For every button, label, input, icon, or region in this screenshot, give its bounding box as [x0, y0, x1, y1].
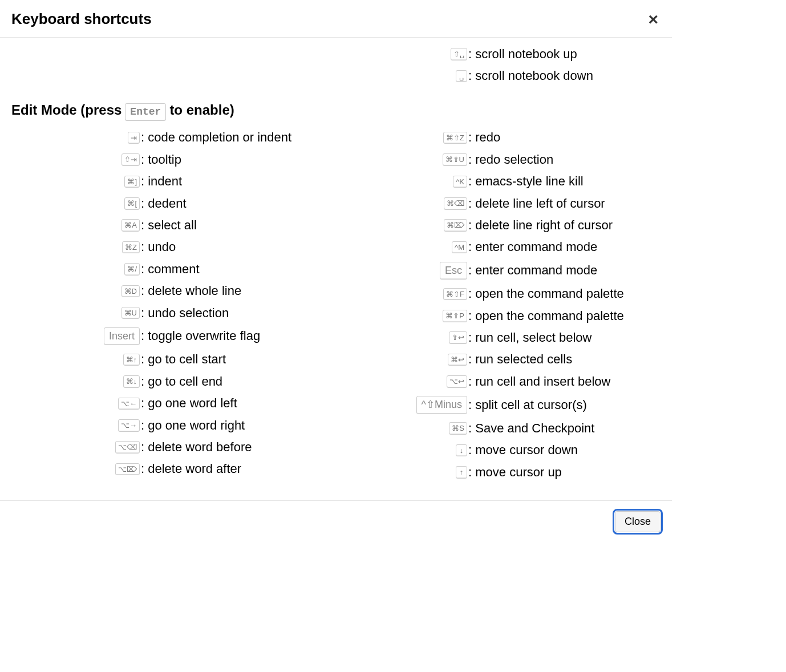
key: ⌘S: [449, 422, 467, 435]
shortcut-desc: delete line left of cursor: [467, 196, 605, 211]
shortcut-keys: ⇥: [11, 132, 140, 144]
shortcut-keys: ⌘D: [11, 285, 140, 298]
shortcut-desc: go to cell end: [140, 374, 222, 389]
shortcut-desc: dedent: [140, 196, 187, 211]
shortcut-row: ↑move cursor up: [336, 465, 661, 480]
shortcut-desc: open the command palette: [467, 286, 624, 301]
shortcut-keys: ⌥←: [11, 398, 140, 410]
shortcut-row: ⌥←go one word left: [11, 396, 336, 411]
shortcut-desc: go to cell start: [140, 352, 226, 367]
shortcut-desc: delete whole line: [140, 284, 241, 298]
key: ⌘↩: [448, 354, 467, 366]
shortcut-desc: Save and Checkpoint: [467, 421, 594, 436]
shortcut-desc: undo: [140, 240, 176, 254]
dialog-body: ⇧␣scroll notebook up␣scroll notebook dow…: [0, 38, 672, 487]
shortcut-row: ⌘⌦delete line right of cursor: [336, 218, 661, 233]
shortcut-row: ⌘SSave and Checkpoint: [336, 421, 661, 436]
shortcut-keys: ⇧⇥: [11, 153, 140, 166]
shortcut-keys: ↑: [336, 466, 467, 479]
shortcut-desc: run selected cells: [467, 352, 572, 367]
key: ⌘⌦: [444, 219, 467, 232]
shortcut-desc: delete word after: [140, 462, 241, 476]
key: ⌘↑: [123, 354, 140, 366]
shortcut-keys: ⌘S: [336, 422, 467, 435]
shortcut-keys: ⌘A: [11, 219, 140, 232]
shortcut-row: ⌘/comment: [11, 262, 336, 277]
shortcut-keys: Insert: [11, 327, 140, 346]
shortcut-row: ↓move cursor down: [336, 443, 661, 458]
shortcut-row: ⇥code completion or indent: [11, 130, 336, 145]
key: ⌘]: [124, 176, 140, 188]
shortcut-keys: ⌘⇧F: [336, 288, 467, 301]
shortcut-keys: Esc: [336, 262, 467, 280]
key: ⌘⇧P: [443, 310, 467, 322]
key: ↑: [456, 466, 467, 479]
key: ⌘⌫: [444, 197, 467, 210]
shortcuts-column-left: ⇥code completion or indent⇧⇥tooltip⌘]ind…: [11, 127, 336, 487]
key: ⌘D: [121, 285, 140, 298]
shortcut-row: ⌘⇧Fopen the command palette: [336, 286, 661, 301]
key: ⌘↓: [123, 375, 140, 388]
shortcut-keys: ⌘↓: [11, 375, 140, 388]
shortcut-keys: ⌘↩: [336, 354, 467, 366]
key: ⌘Z: [122, 241, 140, 254]
shortcut-keys: ⇧↩: [336, 331, 467, 344]
shortcut-row: ⌘Uundo selection: [11, 306, 336, 321]
command-mode-tail: ⇧␣scroll notebook up␣scroll notebook dow…: [11, 43, 661, 91]
key: Insert: [104, 327, 140, 346]
shortcut-row: ⌘⌫delete line left of cursor: [336, 196, 661, 211]
key: ⇧↩: [449, 331, 467, 344]
shortcut-desc: comment: [140, 262, 200, 277]
shortcut-desc: undo selection: [140, 306, 229, 321]
key: ^M: [452, 241, 467, 254]
shortcut-row: ⌘[dedent: [11, 196, 336, 211]
shortcut-keys: ⌘↑: [11, 354, 140, 366]
shortcut-keys: ⌘/: [11, 263, 140, 276]
key: ⌥←: [118, 398, 140, 410]
shortcut-row: ⌘↑go to cell start: [11, 352, 336, 367]
shortcut-desc: delete line right of cursor: [467, 218, 613, 233]
shortcut-row: ⌘↩run selected cells: [336, 352, 661, 367]
keyboard-shortcuts-dialog: Keyboard shortcuts × ⇧␣scroll notebook u…: [0, 0, 672, 544]
key: ⌘U: [121, 307, 140, 319]
key: ↓: [456, 444, 467, 457]
key: ⌘A: [121, 219, 140, 232]
shortcut-desc: run cell, select below: [467, 330, 591, 345]
shortcut-row: ⌥→go one word right: [11, 418, 336, 433]
key: ␣: [456, 70, 467, 83]
close-button[interactable]: Close: [615, 511, 661, 532]
key: ⌥↩: [447, 375, 467, 388]
shortcut-keys: ⌥⌦: [11, 463, 140, 476]
shortcut-row: ␣scroll notebook down: [336, 68, 661, 83]
key: ⌥→: [118, 419, 140, 432]
key: ⌥⌦: [115, 463, 140, 476]
shortcut-keys: ^⇧Minus: [336, 396, 467, 414]
shortcut-keys: ⌘Z: [11, 241, 140, 254]
shortcut-desc: open the command palette: [467, 309, 624, 323]
shortcut-row: ^Kemacs-style line kill: [336, 174, 661, 189]
shortcut-desc: move cursor up: [467, 465, 562, 480]
shortcut-row: ⌥⌫delete word before: [11, 440, 336, 455]
shortcut-desc: indent: [140, 174, 182, 189]
shortcut-row: ⌘Aselect all: [11, 218, 336, 233]
shortcut-desc: run cell and insert below: [467, 374, 610, 389]
shortcut-desc: select all: [140, 218, 197, 233]
shortcut-keys: ⌥⌫: [11, 441, 140, 454]
shortcut-row: ⌘]indent: [11, 174, 336, 189]
shortcut-keys: ^M: [336, 241, 467, 254]
shortcut-row: ⇧⇥tooltip: [11, 152, 336, 167]
shortcut-keys: ⌥→: [11, 419, 140, 432]
shortcut-desc: scroll notebook down: [467, 68, 593, 83]
heading-text: Edit Mode (press: [11, 102, 121, 118]
shortcut-desc: redo selection: [467, 152, 553, 167]
shortcut-row: Escenter command mode: [336, 262, 661, 280]
shortcut-keys: ⌘]: [11, 176, 140, 188]
key: ^⇧Minus: [416, 396, 467, 414]
close-icon[interactable]: ×: [646, 11, 661, 28]
shortcut-desc: enter command mode: [467, 263, 597, 278]
shortcut-row: ⌘Ddelete whole line: [11, 284, 336, 298]
shortcut-desc: split cell at cursor(s): [467, 398, 587, 412]
key: ⌘⇧Z: [443, 132, 467, 144]
edit-mode-heading: Edit Mode (press Enter to enable): [11, 102, 661, 122]
dialog-title: Keyboard shortcuts: [11, 10, 152, 28]
